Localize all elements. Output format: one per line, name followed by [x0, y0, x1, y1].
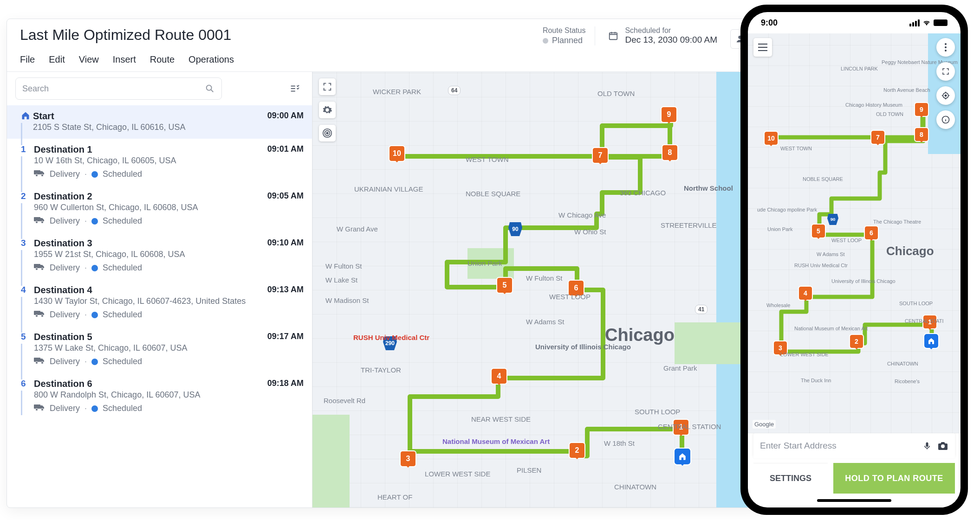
stop-type: Delivery	[50, 357, 80, 366]
route-marker[interactable]: 7	[593, 148, 608, 163]
phone-route-marker[interactable]: 8	[915, 128, 928, 141]
header-right: Route Status Planned Scheduled for Dec 1…	[543, 26, 750, 49]
truck-icon	[34, 263, 45, 273]
phone-map-label: The Duck Inn	[801, 378, 831, 383]
stop-status: Scheduled	[103, 404, 142, 413]
phone-search-input[interactable]: Enter Start Address	[753, 433, 955, 458]
separator: ·	[84, 263, 87, 273]
route-marker[interactable]: 3	[401, 451, 415, 466]
phone-map-label: LOWER WEST SIDE	[780, 352, 829, 357]
search-input[interactable]: Search	[15, 77, 222, 100]
phone-route-marker[interactable]: 9	[915, 103, 928, 116]
phone-plan-route-button[interactable]: HOLD TO PLAN ROUTE	[833, 463, 955, 494]
locate-button[interactable]	[319, 125, 336, 141]
stop-status: Scheduled	[103, 310, 142, 320]
info-icon	[941, 115, 950, 124]
map-label: LOWER WEST SIDE	[425, 470, 490, 478]
map-canvas[interactable]: 12345678910 WICKER PARKOLD TOWNWEST TOWN…	[312, 72, 763, 507]
stop-time: 09:17 AM	[267, 332, 304, 341]
menu-file[interactable]: File	[20, 54, 35, 65]
stop-row[interactable]: 6Destination 6800 W Randolph St, Chicago…	[7, 373, 312, 420]
svg-rect-3	[34, 170, 40, 174]
map-label: W 18th St	[604, 439, 635, 447]
truck-icon	[34, 357, 45, 366]
stop-name: Destination 3	[34, 238, 267, 249]
interstate-shield: 90	[508, 222, 522, 236]
map-panel[interactable]: 12345678910 WICKER PARKOLD TOWNWEST TOWN…	[312, 72, 763, 507]
menu-view[interactable]: View	[79, 54, 99, 65]
route-marker[interactable]: 5	[497, 278, 512, 293]
stop-meta: Delivery·Scheduled	[34, 263, 304, 273]
stop-row[interactable]: 5Destination 51375 W Lake St, Chicago, I…	[7, 326, 312, 373]
map-label: Grant Park	[663, 364, 697, 372]
microphone-icon[interactable]	[922, 440, 932, 451]
map-label: W Adams St	[526, 318, 565, 326]
map-label: TRI-TAYLOR	[361, 366, 401, 374]
stop-row[interactable]: 1Destination 110 W 16th St, Chicago, IL …	[7, 139, 312, 186]
search-icon	[205, 83, 215, 94]
settings-button[interactable]	[319, 102, 336, 118]
phone-fullscreen-button[interactable]	[936, 62, 955, 81]
phone-clock: 9:00	[761, 18, 778, 28]
phone-map-label: RUSH Univ Medical Ctr	[794, 263, 848, 268]
phone-more-button[interactable]	[936, 38, 955, 57]
svg-point-10	[36, 268, 38, 270]
route-marker[interactable]: 10	[389, 146, 404, 161]
svg-point-16	[36, 362, 38, 364]
phone-route-marker[interactable]: 5	[812, 225, 825, 238]
phone-map[interactable]: 12345678910 LINCOLN PARKOLD TOWNWEST TOW…	[748, 33, 961, 433]
camera-icon[interactable]	[937, 441, 948, 450]
phone-route-marker[interactable]: 2	[850, 335, 863, 348]
stop-meta: Delivery·Scheduled	[34, 216, 304, 226]
phone-route-marker[interactable]: 10	[765, 132, 778, 145]
menu-route[interactable]: Route	[150, 54, 175, 65]
svg-point-4	[36, 174, 38, 177]
phone-bottom-bar: SETTINGS HOLD TO PLAN ROUTE	[753, 463, 955, 494]
phone-route-marker[interactable]: 6	[865, 226, 878, 239]
map-label: WEST TOWN	[466, 155, 509, 163]
svg-point-19	[36, 409, 38, 411]
svg-point-14	[41, 315, 44, 317]
phone-map-canvas[interactable]: 12345678910 LINCOLN PARKOLD TOWNWEST TOW…	[748, 33, 961, 433]
page-title: Last Mile Optimized Route 0001	[20, 26, 231, 44]
route-marker[interactable]: 4	[492, 369, 506, 384]
stop-row[interactable]: 3Destination 31955 W 21st St, Chicago, I…	[7, 232, 312, 279]
phone-route-marker[interactable]: 4	[799, 287, 812, 300]
svg-point-7	[36, 221, 38, 224]
phone-map-label: ude Chicago mpoline Park	[757, 207, 817, 212]
svg-point-26	[945, 50, 947, 51]
phone-info-button[interactable]	[936, 110, 955, 129]
route-marker[interactable]: 2	[570, 443, 584, 458]
stop-row[interactable]: 2Destination 2960 W Cullerton St, Chicag…	[7, 186, 312, 232]
map-label: W Chicago Ave	[558, 211, 606, 219]
map-controls	[319, 78, 336, 141]
route-status-value: Planned	[543, 36, 586, 45]
home-icon	[928, 337, 935, 345]
route-marker[interactable]: 9	[662, 107, 676, 122]
stop-meta: Delivery·Scheduled	[34, 357, 304, 366]
phone-menu-button[interactable]	[753, 38, 772, 57]
home-icon	[678, 452, 687, 461]
route-marker[interactable]: 8	[662, 145, 677, 160]
menu-edit[interactable]: Edit	[49, 54, 65, 65]
home-marker[interactable]	[675, 449, 690, 464]
phone-settings-button[interactable]: SETTINGS	[753, 463, 828, 494]
menu-operations[interactable]: Operations	[188, 54, 234, 65]
phone-search-placeholder: Enter Start Address	[760, 441, 917, 451]
stop-row[interactable]: Start2105 S State St, Chicago, IL 60616,…	[7, 105, 312, 139]
filter-button[interactable]	[285, 79, 304, 98]
phone-map-label: North Avenue Beach	[883, 87, 930, 93]
svg-point-11	[41, 268, 44, 270]
home-icon	[21, 111, 33, 122]
stop-address: 1375 W Lake St, Chicago, IL 60607, USA	[34, 343, 267, 353]
map-label: W Lake St	[325, 276, 357, 284]
phone-city-label: Chicago	[886, 244, 934, 258]
stops-list[interactable]: Start2105 S State St, Chicago, IL 60616,…	[7, 105, 312, 507]
fullscreen-button[interactable]	[319, 78, 336, 95]
menu-insert[interactable]: Insert	[113, 54, 136, 65]
phone-route-marker[interactable]: 7	[871, 131, 884, 144]
map-label: W Fulton St	[526, 274, 562, 282]
phone-locate-button[interactable]	[936, 86, 955, 105]
phone-home-marker[interactable]	[924, 334, 938, 348]
stop-row[interactable]: 4Destination 41430 W Taylor St, Chicago,…	[7, 279, 312, 326]
